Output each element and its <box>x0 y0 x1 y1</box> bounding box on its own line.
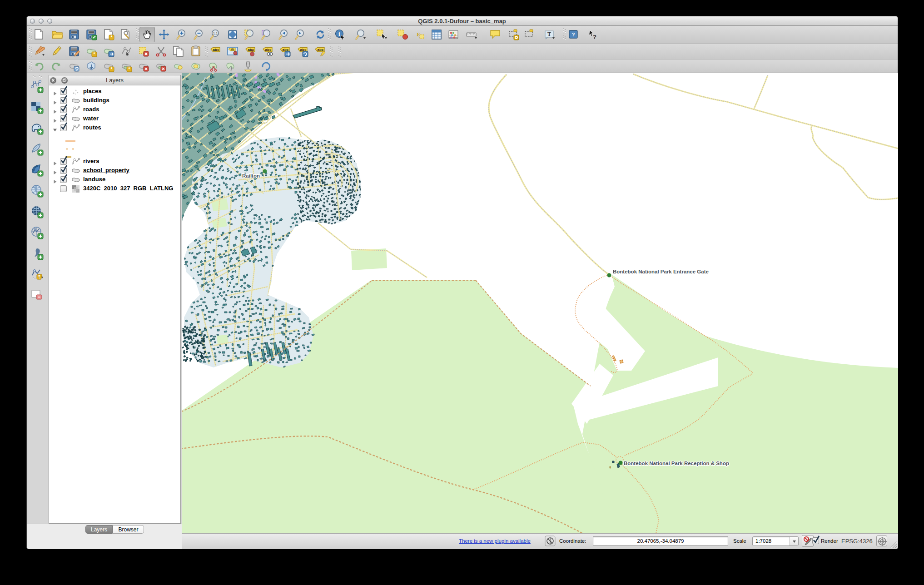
svg-text:T: T <box>547 31 551 37</box>
svg-text:ε: ε <box>417 30 420 38</box>
svg-text:Railton: Railton <box>242 173 260 178</box>
svg-text:ab: ab <box>231 48 234 51</box>
svg-text:1:1: 1:1 <box>213 32 218 35</box>
svg-text:abc: abc <box>265 48 272 52</box>
svg-text:*: * <box>111 35 113 40</box>
svg-text:abc: abc <box>213 48 219 52</box>
svg-text:abc: abc <box>318 48 324 52</box>
svg-text:Bontebok National Park Recepti: Bontebok National Park Reception & Shop <box>624 461 729 466</box>
svg-text:?: ? <box>593 34 596 40</box>
svg-text:*: * <box>129 67 130 72</box>
svg-text:?: ? <box>572 32 575 37</box>
svg-text:abc: abc <box>248 48 254 52</box>
svg-text:*: * <box>94 52 95 57</box>
svg-text:*: * <box>111 67 113 72</box>
svg-text:Bontebok National Park Entranc: Bontebok National Park Entrance Gate <box>613 269 709 274</box>
